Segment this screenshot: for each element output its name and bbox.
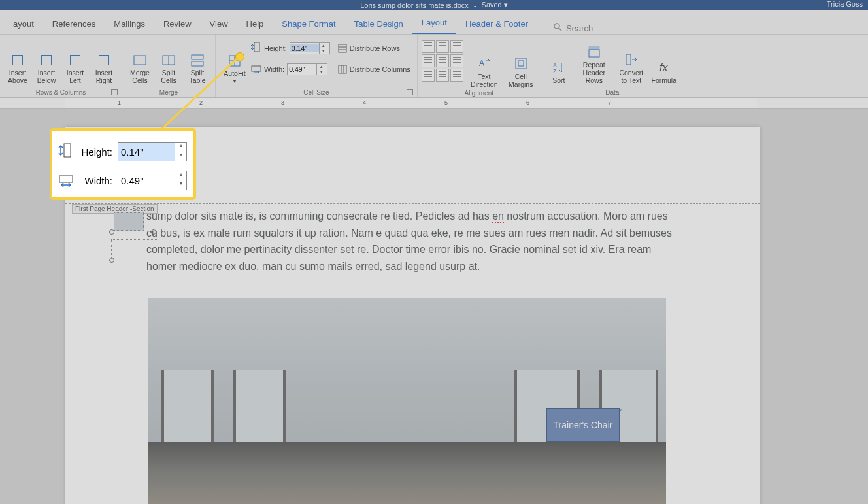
table-handle[interactable] [109,229,114,235]
insert-below-button[interactable]: Insert Below [33,36,60,84]
zoom-width-input[interactable]: ▴▾ [118,171,187,190]
width-up[interactable]: ▴ [317,64,326,69]
insert-right-button[interactable]: Insert Right [90,36,118,84]
svg-rect-2 [134,56,146,65]
svg-rect-24 [589,50,599,57]
convert-to-text-button[interactable]: Convert to Text [616,36,647,84]
header-boundary [65,203,760,204]
tab-ayout[interactable]: ayout [4,14,43,34]
zoom-origin-dot [235,52,244,61]
tab-help[interactable]: Help [237,14,273,34]
height-icon [59,143,73,160]
tab-review[interactable]: Review [154,14,201,34]
ribbon: Insert Above Insert Below Insert Left In… [0,35,868,98]
alignment-grid[interactable] [422,40,463,82]
svg-text:A: A [479,59,484,68]
group-alignment: AText Direction Cell Margins Alignment [418,35,541,97]
svg-rect-27 [64,144,71,157]
tab-view[interactable]: View [201,14,237,34]
height-label: Height: [264,44,287,52]
repeat-header-button[interactable]: Repeat Header Rows [574,36,614,84]
distribute-columns-button[interactable]: Distribute Columns [338,61,410,78]
width-input[interactable]: ▴▾ [287,63,327,75]
tab-layout[interactable]: Layout [412,12,456,34]
group-rows-columns: Insert Above Insert Below Insert Left In… [0,35,122,97]
svg-text:Z: Z [553,68,557,75]
doc-filename: Loris sump dolor sits mate is.docx [360,1,469,9]
height-input[interactable]: ▴▾ [290,42,330,54]
cell-size-launcher[interactable] [407,89,413,95]
width-label: Width: [264,65,284,73]
account-name[interactable]: Tricia Goss [827,0,863,8]
zoom-callout: Height: ▴▾ Width: ▴▾ [50,128,196,200]
sort-button[interactable]: AZSort [545,36,573,84]
search-input[interactable] [566,24,658,33]
zoom-height-label: Height: [78,146,112,158]
width-down[interactable]: ▾ [317,69,326,75]
text-direction-button[interactable]: AText Direction [467,40,501,88]
svg-rect-28 [59,176,73,182]
insert-above-button[interactable]: Insert Above [4,36,31,84]
horizontal-ruler[interactable]: 1234567 [0,98,868,109]
zoom-height-input[interactable]: ▴▾ [118,142,187,161]
svg-rect-25 [626,54,631,65]
svg-rect-20 [518,61,524,66]
tab-shape-format[interactable]: Shape Format [273,14,344,34]
svg-rect-23 [589,46,599,50]
height-up[interactable]: ▴ [320,43,328,48]
tab-header-footer[interactable]: Header & Footer [456,14,537,34]
height-down[interactable]: ▾ [320,48,328,54]
document-image[interactable] [148,298,666,504]
tab-mailings[interactable]: Mailings [105,14,154,34]
save-status[interactable]: Saved ▾ [482,1,508,9]
rows-cols-launcher[interactable] [111,89,118,95]
group-merge: Merge Cells Split Cells Split Table Merg… [122,35,216,97]
svg-rect-10 [254,42,259,52]
svg-rect-6 [192,61,203,66]
height-icon [251,42,261,55]
split-cells-button[interactable]: Split Cells [155,36,182,84]
group-cell-size: AutoFit▾ Height: ▴▾ Width: ▴▾ Distribute… [216,35,418,97]
document-paragraph[interactable]: sump dolor sits mate is, is communing co… [146,208,675,275]
svg-rect-5 [192,55,203,59]
width-icon [59,172,73,189]
group-data: AZSort Repeat Header Rows Convert to Tex… [541,35,684,97]
tab-references[interactable]: References [43,14,105,34]
merge-cells-button[interactable]: Merge Cells [126,36,154,84]
callout-box[interactable]: Trainer's Chair [546,408,620,442]
svg-point-0 [554,24,559,29]
svg-rect-12 [339,44,346,52]
split-table-button[interactable]: Split Table [184,36,211,84]
insert-left-button[interactable]: Insert Left [61,36,89,84]
svg-line-1 [559,28,561,31]
title-bar: Loris sump dolor sits mate is.docx - Sav… [0,0,868,10]
svg-text:fx: fx [659,62,668,73]
selected-table-cell[interactable] [114,212,144,231]
svg-rect-19 [516,58,526,69]
cell-margins-button[interactable]: Cell Margins [505,40,537,88]
ribbon-tabs: ayoutReferencesMailingsReviewViewHelpSha… [0,10,868,35]
zoom-width-label: Width: [78,175,112,186]
distribute-rows-button[interactable]: Distribute Rows [338,40,410,57]
svg-rect-11 [252,66,261,71]
tab-table-design[interactable]: Table Design [345,14,412,34]
svg-rect-15 [339,65,346,73]
width-icon [251,63,261,76]
search-icon [553,22,562,34]
formula-button[interactable]: fxFormula [648,36,680,84]
